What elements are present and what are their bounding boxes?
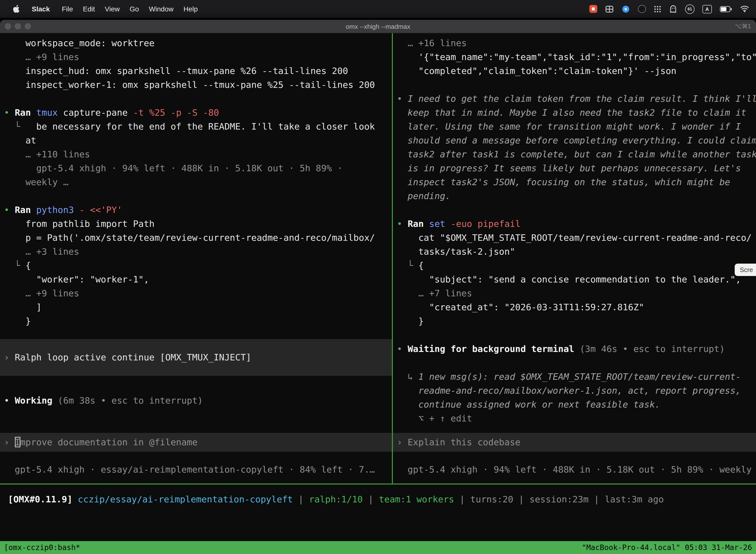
dark-app-icon[interactable] xyxy=(638,4,646,14)
text-segment: is in progress? It seems likely but perh… xyxy=(397,163,741,173)
text-segment: … +9 lines xyxy=(25,52,79,62)
text-segment: | xyxy=(454,494,470,504)
input-source-icon[interactable]: A xyxy=(702,5,712,13)
text-segment: I need to get the claim token from the c… xyxy=(407,93,756,104)
text-segment: readme-and-reco/mailbox/worker-1.json, a… xyxy=(397,385,741,396)
blue-app-icon[interactable] xyxy=(622,4,630,14)
battery-percentage-badge[interactable]: 61 xyxy=(685,4,694,14)
text-segment: } xyxy=(4,316,31,326)
text-segment: 1 new msg(s): read $OMX_TEAM_STATE_ROOT/… xyxy=(419,371,741,382)
text-segment: weekly … xyxy=(4,177,68,187)
left-pane-bottom: › Improve documentation in @filename gpt… xyxy=(0,433,392,484)
battery-icon[interactable] xyxy=(720,4,732,14)
text-segment: Ralph loop active continue [OMX_TMUX_INJ… xyxy=(15,352,251,363)
terminal-line: "worker": "worker-1", xyxy=(0,273,392,286)
terminal-line: └ { xyxy=(393,259,756,273)
terminal-line: • Waiting for background terminal (3m 46… xyxy=(393,342,756,356)
text-segment: session:23m xyxy=(529,494,588,504)
prompt-row[interactable]: › Improve documentation in @filename xyxy=(0,433,392,452)
terminal-line: └ { xyxy=(0,259,392,273)
prompt-row[interactable]: › Explain this codebase xyxy=(393,433,756,452)
ghost-icon[interactable] xyxy=(669,4,677,14)
text-segment: ⌥ + ↑ edit xyxy=(397,413,472,424)
text-segment: tasks/task-2.json" xyxy=(397,246,515,257)
title-bar[interactable]: omx --xhigh --madmax ⌥⌘1 xyxy=(0,20,756,33)
text-segment: (6m 38s • esc to interrupt) xyxy=(58,395,203,405)
menu-file[interactable]: File xyxy=(57,5,78,13)
terminal-line: … +9 lines xyxy=(0,286,392,300)
text-segment: "worker": "worker-1", xyxy=(4,274,149,284)
terminal-line: } xyxy=(393,314,756,328)
terminal-line: tasks/task-2.json" xyxy=(393,245,756,259)
terminal-line: • Ran python3 - <<'PY' xyxy=(0,203,392,217)
right-pane[interactable]: … +16 lines '{"team_name":"my-team","tas… xyxy=(393,33,756,484)
text-segment xyxy=(397,38,407,48)
terminal-line: … +3 lines xyxy=(0,245,392,259)
terminal-line: ] xyxy=(0,300,392,314)
screenshot-toast[interactable]: Scre xyxy=(735,264,756,276)
text-segment: pending. xyxy=(397,190,451,201)
text-segment: capture-pane xyxy=(63,107,133,118)
wifi-icon[interactable] xyxy=(740,4,749,14)
tmux-status-bar: [omx-cczip0:bash* "MacBook-Pro-44.local"… xyxy=(0,541,756,554)
apple-menu-icon[interactable] xyxy=(8,5,25,13)
terminal-line: "subject": "send a concise recommendatio… xyxy=(393,273,756,286)
text-segment: • xyxy=(4,395,15,405)
menu-help[interactable]: Help xyxy=(179,5,203,13)
text-segment: ralph:1/10 xyxy=(309,494,363,504)
terminal-line: • Working (6m 38s • esc to interrupt) xyxy=(0,394,392,407)
text-segment: … +16 lines xyxy=(407,38,466,48)
text-segment: later. Using the same for transition mig… xyxy=(397,121,741,131)
dots-grid-icon[interactable] xyxy=(654,4,661,14)
tmux-host-time: "MacBook-Pro-44.local" 05:03 31-Mar-26 xyxy=(582,543,752,552)
text-segment: "subject": "send a concise recommendatio… xyxy=(397,274,741,284)
tmux-session-label: [omx-cczip0:bash* xyxy=(4,543,80,552)
terminal-line: later. Using the same for transition mig… xyxy=(393,120,756,133)
menu-go[interactable]: Go xyxy=(125,5,144,13)
terminal-line: … +9 lines xyxy=(0,50,392,64)
terminal-line: inspect_worker-1: omx sparkshell --tmux-… xyxy=(0,78,392,92)
text-segment: … +7 lines xyxy=(419,288,472,298)
screen-recording-stop-icon[interactable] xyxy=(589,5,597,13)
terminal-line: p = Path('.omx/state/team/review-current… xyxy=(0,231,392,245)
right-pane-content: … +16 lines '{"team_name":"my-team","tas… xyxy=(393,36,756,426)
text-segment: Ran xyxy=(15,205,36,215)
text-segment: { xyxy=(25,260,31,271)
menu-view[interactable]: View xyxy=(100,5,125,13)
terminal-line xyxy=(393,328,756,342)
terminal-line: gpt-5.4 xhigh · 94% left · 488K in · 5.1… xyxy=(0,161,392,175)
terminal-line: cat "$OMX_TEAM_STATE_ROOT/team/review-cu… xyxy=(393,231,756,245)
text-segment: "$OMX_TEAM_STATE_ROOT/team/review-curren… xyxy=(440,232,752,243)
text-segment: • xyxy=(397,218,407,229)
text-segment: keep that in mind. Maybe I also need the… xyxy=(397,107,746,118)
desktop: Slack FileEditViewGoWindowHelp 61 A xyxy=(0,0,756,554)
app-menu-slack[interactable]: Slack xyxy=(27,5,55,13)
text-segment: continue assigned work or next feasible … xyxy=(397,399,660,409)
menu-bar: Slack FileEditViewGoWindowHelp 61 A xyxy=(0,0,756,18)
terminal-line xyxy=(393,203,756,217)
text-segment: inspect_hud: omx sparkshell --tmux-pane … xyxy=(4,65,348,76)
terminal-line: … +110 lines xyxy=(0,148,392,161)
window-grid-icon[interactable] xyxy=(605,4,614,14)
text-segment: ↳ xyxy=(397,371,419,382)
menu-edit[interactable]: Edit xyxy=(78,5,100,13)
text-segment xyxy=(4,288,25,298)
text-segment: └ xyxy=(4,121,20,131)
terminal-window: omx --xhigh --madmax ⌥⌘1 workspace_mode:… xyxy=(0,20,756,554)
terminal-line: '{"team_name":"my-team","task_id":"1","f… xyxy=(393,50,756,64)
text-segment: Ran xyxy=(407,218,429,229)
terminal-line: … +16 lines xyxy=(393,36,756,50)
terminal-empty-space xyxy=(0,506,756,541)
menu-window[interactable]: Window xyxy=(144,5,179,13)
text-segment: from pathlib import Path xyxy=(4,218,154,229)
terminal-line: should send a message before completing … xyxy=(393,133,756,148)
left-pane[interactable]: workspace_mode: worktree … +9 lines insp… xyxy=(0,33,393,484)
terminal-line: • Ran tmux capture-pane -t %25 -p -S -80 xyxy=(0,106,392,120)
text-segment: gpt-5.4 xhigh · 94% left · 488K in · 5.1… xyxy=(397,464,756,475)
terminal-line: • I need to get the claim token from the… xyxy=(393,92,756,106)
text-segment: set xyxy=(429,218,451,229)
prompt-row[interactable]: › Ralph loop active continue [OMX_TMUX_I… xyxy=(0,339,392,376)
text-segment: Explain this codebase xyxy=(407,437,520,447)
text-segment: gpt-5.4 xhigh · 94% left · 488K in · 5.1… xyxy=(4,163,342,173)
text-segment: | xyxy=(363,494,379,504)
